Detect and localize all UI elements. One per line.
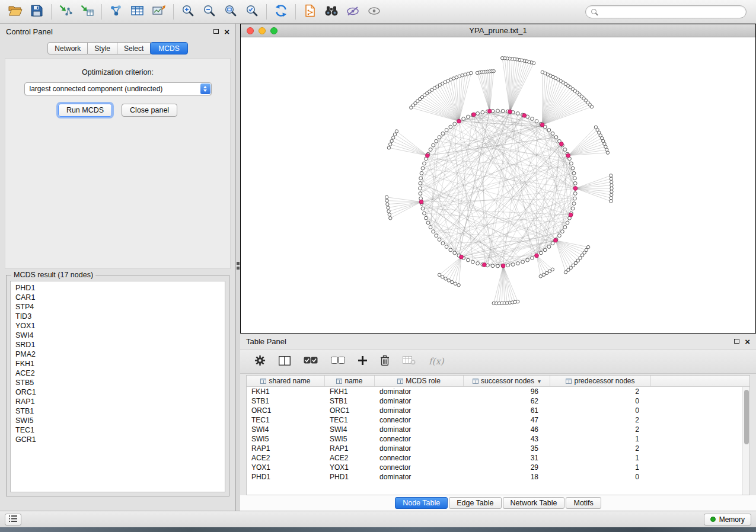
- import-network-button[interactable]: [55, 3, 76, 21]
- table-row[interactable]: YOX1YOX1connector291: [247, 463, 742, 472]
- cell-shared-name: SWI4: [247, 425, 325, 434]
- cell-shared-name: STB1: [247, 397, 325, 405]
- mcds-result-item[interactable]: SRD1: [11, 340, 225, 350]
- cell-name: PHD1: [325, 473, 375, 481]
- table-row[interactable]: PHD1PHD1dominator180: [247, 472, 742, 482]
- close-window-icon[interactable]: [247, 27, 254, 34]
- table-row[interactable]: ACE2ACE2connector311: [247, 453, 742, 463]
- cell-predecessor-nodes: 0: [550, 473, 651, 481]
- float-panel-icon[interactable]: [734, 339, 739, 344]
- export-document-button[interactable]: [299, 3, 321, 21]
- new-network-button[interactable]: [106, 3, 127, 21]
- close-panel-icon[interactable]: ×: [224, 27, 229, 36]
- desktop-background-strip: [0, 527, 756, 532]
- add-column-button[interactable]: [358, 356, 367, 367]
- mcds-result-item[interactable]: TEC1: [11, 425, 225, 435]
- network-titlebar[interactable]: YPA_prune.txt_1: [241, 24, 755, 37]
- table-row[interactable]: ORC1ORC1dominator610: [247, 406, 742, 415]
- zoom-out-button[interactable]: [199, 3, 220, 21]
- network-canvas[interactable]: [241, 37, 755, 333]
- column-type-icon: [336, 379, 342, 384]
- mcds-result-item[interactable]: GCR1: [11, 435, 225, 444]
- memory-label: Memory: [719, 515, 745, 524]
- table-bottom-tabs: Node TableEdge TableNetwork TableMotifs: [240, 495, 756, 511]
- column-header-predecessor-nodes[interactable]: predecessor nodes: [550, 376, 651, 386]
- table-row[interactable]: FKH1FKH1dominator962: [247, 387, 742, 396]
- vertical-splitter[interactable]: [236, 24, 240, 511]
- save-session-button[interactable]: [26, 3, 47, 21]
- tab-edge-table[interactable]: Edge Table: [449, 497, 501, 509]
- deselect-all-columns-button[interactable]: [331, 357, 345, 366]
- table-row[interactable]: RAP1RAP1dominator352: [247, 444, 742, 453]
- mcds-result-item[interactable]: TID3: [11, 312, 225, 321]
- tab-network[interactable]: Network: [47, 42, 88, 55]
- zoom-in-button[interactable]: [177, 3, 199, 21]
- mcds-result-item[interactable]: SWI4: [11, 331, 225, 340]
- table-row[interactable]: SWI5SWI5connector431: [247, 434, 742, 444]
- mcds-result-item[interactable]: RAP1: [11, 397, 225, 406]
- binoculars-search-button[interactable]: [321, 3, 342, 21]
- tab-network-table[interactable]: Network Table: [503, 497, 565, 509]
- scrollbar-thumb[interactable]: [744, 390, 749, 444]
- mcds-result-item[interactable]: ORC1: [11, 387, 225, 397]
- mcds-result-item[interactable]: PHD1: [11, 283, 225, 293]
- column-header-successor-nodes[interactable]: successor nodes▾: [464, 376, 550, 386]
- open-session-button[interactable]: [5, 3, 26, 21]
- close-panel-icon[interactable]: ×: [745, 337, 750, 346]
- run-mcds-button[interactable]: Run MCDS: [58, 104, 112, 117]
- table-row[interactable]: TEC1TEC1connector472: [247, 415, 742, 425]
- cell-shared-name: TEC1: [247, 416, 325, 424]
- table-settings-button[interactable]: [254, 355, 266, 368]
- mcds-result-item[interactable]: STB5: [11, 378, 225, 387]
- tab-select[interactable]: Select: [117, 42, 151, 55]
- refresh-button[interactable]: [270, 3, 292, 21]
- cell-shared-name: SWI5: [247, 435, 325, 443]
- minimize-window-icon[interactable]: [259, 27, 266, 34]
- table-scrollbar[interactable]: [742, 387, 749, 495]
- close-panel-button[interactable]: Close panel: [122, 104, 177, 117]
- cell-successor-nodes: 18: [464, 473, 550, 481]
- delete-column-button[interactable]: [380, 355, 390, 368]
- show-graphics-details-button[interactable]: [363, 3, 385, 21]
- mcds-result-item[interactable]: YOX1: [11, 321, 225, 331]
- tab-mcds[interactable]: MCDS: [150, 42, 187, 55]
- control-panel-title: Control Panel: [6, 27, 53, 36]
- mcds-result-item[interactable]: ACE2: [11, 368, 225, 378]
- tab-motifs[interactable]: Motifs: [566, 497, 601, 509]
- search-input[interactable]: [600, 8, 741, 16]
- optimization-criterion-select[interactable]: largest connected component (undirected): [24, 82, 212, 95]
- mcds-result-item[interactable]: FKH1: [11, 359, 225, 368]
- status-menu-button[interactable]: [5, 514, 21, 525]
- memory-button[interactable]: Memory: [704, 514, 751, 525]
- table-panel-title: Table Panel: [246, 337, 286, 346]
- select-all-columns-button[interactable]: [304, 357, 318, 366]
- search-box[interactable]: [585, 5, 747, 18]
- tab-node-table[interactable]: Node Table: [395, 497, 448, 509]
- cell-successor-nodes: 46: [464, 425, 550, 434]
- mcds-result-item[interactable]: STB1: [11, 406, 225, 416]
- combo-stepper-icon: [200, 84, 210, 94]
- column-header-MCDS-role[interactable]: MCDS role: [375, 376, 464, 386]
- mcds-result-item[interactable]: SWI5: [11, 416, 225, 425]
- mcds-result-item[interactable]: PMA2: [11, 350, 225, 359]
- tab-style[interactable]: Style: [88, 42, 117, 55]
- table-toolbar: f(x): [240, 349, 756, 374]
- import-table-button[interactable]: [76, 3, 98, 21]
- maximize-window-icon[interactable]: [270, 27, 277, 34]
- zoom-selected-button[interactable]: [241, 3, 263, 21]
- show-column-panel-button[interactable]: [279, 356, 291, 367]
- mcds-result-box: MCDS result (17 nodes) PHD1CAR1STP4TID3Y…: [6, 275, 229, 496]
- mcds-result-item[interactable]: CAR1: [11, 293, 225, 302]
- mcds-result-item[interactable]: STP4: [11, 302, 225, 312]
- column-header-name[interactable]: name: [325, 376, 375, 386]
- eye-icon: [368, 7, 381, 17]
- export-image-button[interactable]: [148, 3, 170, 21]
- cell-name: YOX1: [325, 463, 375, 472]
- column-header-shared-name[interactable]: shared name: [247, 376, 325, 386]
- float-panel-icon[interactable]: [213, 29, 219, 34]
- table-row[interactable]: STB1STB1dominator620: [247, 396, 742, 406]
- table-row[interactable]: SWI4SWI4dominator462: [247, 425, 742, 434]
- new-table-button[interactable]: [127, 3, 148, 21]
- zoom-fit-button[interactable]: [220, 3, 241, 21]
- hide-graphics-details-button[interactable]: [342, 3, 363, 21]
